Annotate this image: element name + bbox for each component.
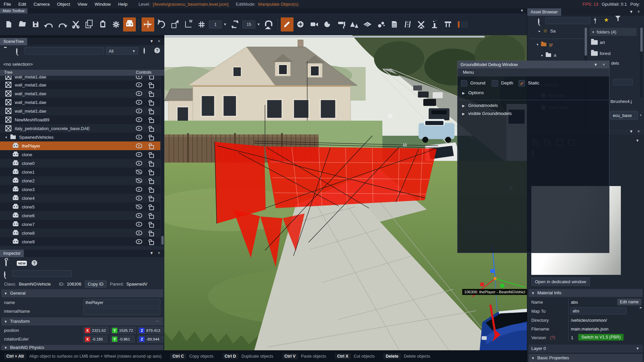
editor-settings-button[interactable] [110,17,122,32]
tree-row[interactable]: NewMeshRoad89 [0,115,160,124]
paste-button[interactable] [96,17,109,32]
transform-section-header[interactable]: ▼Transform ... [1,317,163,325]
new-file-button[interactable] [2,17,15,32]
vehicle-tool-button[interactable] [123,17,136,32]
visibility-toggle[interactable] [135,161,143,166]
inspector-close-icon[interactable]: × [156,251,162,255]
tree-row[interactable]: clone2 [0,176,160,185]
gizmo-handle-z[interactable] [490,269,494,273]
tree-row[interactable]: italy_petrolstation_concrete_base.DAE [0,124,160,133]
move-tool-button[interactable] [142,17,154,32]
add-object-button[interactable] [294,17,307,32]
folders-group-header[interactable]: ▾ folders (4) [590,28,637,36]
inspector-tab[interactable]: Inspector [0,250,24,257]
lock-toggle[interactable] [148,99,156,106]
lock-toggle[interactable] [148,125,156,132]
tree-row[interactable]: wall_metal1.dae [0,98,160,107]
lock-toggle[interactable] [148,230,156,236]
road-tool-button[interactable] [401,17,414,32]
snap-grid-button[interactable] [195,17,208,32]
breadcrumb[interactable]: ecu_base [610,111,638,120]
mission-tools-button[interactable] [415,17,428,32]
visibility-toggle[interactable] [135,77,143,79]
tree-row-folder[interactable]: ▾ SpawnedVehicles [0,133,160,141]
rotate-snap-button[interactable] [229,17,241,32]
groundmodels-expander[interactable]: Groundmodels [468,103,498,108]
partially-hidden-file[interactable]: tbrushes4.j [610,99,632,104]
menu-help[interactable]: Help [114,2,131,7]
inspector-collapse-icon[interactable]: ▼ [149,251,154,255]
scrollbar-thumb[interactable] [585,27,587,56]
visibility-toggle[interactable] [135,152,143,157]
tree-row[interactable]: wall_metal1.dae [0,107,160,115]
viewport-scrollbar[interactable] [164,36,485,38]
visibility-toggle[interactable] [135,135,143,139]
groundmodel-collapse-icon[interactable]: ▼ [593,61,598,68]
tree-row[interactable]: wall_metal1.dae [0,80,160,89]
lock-toggle[interactable] [148,82,156,88]
material-close-icon[interactable]: × [636,129,641,134]
tree-row[interactable]: clone1 [0,168,160,176]
lock-toggle[interactable] [148,195,156,201]
visibility-toggle[interactable] [135,82,143,87]
visibility-toggle[interactable] [135,91,143,96]
guardrail-tool-button[interactable] [442,17,454,32]
position-z-field[interactable]: Z 879.413 [138,327,163,334]
tree-row[interactable]: clone4 [0,194,160,202]
asset-browser-tab[interactable]: Asset Browser [527,8,561,16]
toolbar-collapse-icon[interactable]: ▼ [520,9,524,12]
assettree-favorites-item[interactable]: ▸ ☆ Sa [539,28,555,34]
scrollbar-thumb[interactable] [161,236,164,245]
lock-toggle[interactable] [148,213,156,219]
visibility-toggle[interactable] [135,117,143,122]
tree-row-selected[interactable]: thePlayer [0,141,160,150]
gizmo-handle-x[interactable] [480,283,484,286]
history-button[interactable] [594,18,596,23]
breadcrumb-next-icon[interactable]: › [640,112,641,117]
tree-row[interactable]: clone6 [0,211,160,220]
menu-file[interactable]: File [0,2,15,7]
asset-browser-collapse-icon[interactable]: ▼ [629,9,634,14]
open-dedicated-window-button[interactable]: Open in dedicated window [531,278,590,286]
depth-checkbox[interactable] [492,80,498,86]
tree-row[interactable]: clone3 [0,185,160,194]
lock-toggle[interactable] [148,90,156,97]
layer-header[interactable]: Layer 0 ▼ [529,345,643,353]
gizmo-handle-y[interactable] [500,284,504,288]
visibility-toggle[interactable] [135,213,143,218]
lock-toggle[interactable] [148,178,156,184]
scale-tool-button[interactable] [168,17,181,32]
scenetree-close-icon[interactable]: × [156,39,162,44]
forest-tool-button[interactable] [348,17,361,32]
asset-browser-close-icon[interactable]: × [636,9,641,14]
menu-object[interactable]: Object [53,2,74,7]
inspector-search-input[interactable] [12,270,72,277]
basic-properties-header[interactable]: ▼Basic Properties [529,354,643,362]
copy-id-button[interactable]: Copy ID [85,281,107,288]
position-y-field[interactable]: Y 1535.72 [110,327,136,334]
visibility-toggle[interactable] [135,143,143,148]
scenetree-help-button[interactable] [154,48,160,53]
groundmodel-menu[interactable]: Menu [458,68,609,76]
tree-row[interactable]: clone8 [0,229,160,237]
pipe-tool-button[interactable] [428,17,441,32]
tree-row[interactable]: clone7 [0,220,160,229]
general-section-header[interactable]: ▼General [1,289,163,297]
visibility-toggle[interactable] [135,109,143,113]
lock-toggle[interactable] [148,204,156,210]
scenetree-collapse-icon[interactable]: ▼ [149,39,154,44]
scenetree-scrollbar[interactable] [161,76,164,246]
scenetree-filter-select[interactable]: All▼ [106,47,138,55]
rotation-y-field[interactable]: Y -0.861 [110,336,135,343]
scenetree-search-input[interactable] [24,47,104,55]
physics-section-header[interactable]: ▼BeamNG Physics [1,345,163,350]
scenetree-tab[interactable]: SceneTree [0,38,27,45]
tree-row[interactable]: clone [0,150,160,159]
marker-tool-button[interactable] [455,17,468,32]
groundmodel-debug-window[interactable]: GroundModel Debug Window ▼ × Menu Ground… [457,61,609,253]
snap-size-select[interactable]: 1 [209,20,222,28]
main-toolbar-tab[interactable]: Main Toolbar [0,8,28,13]
river-tool-button[interactable] [388,17,401,32]
lock-toggle[interactable] [148,186,156,193]
edit-name-button[interactable]: Edit name [617,299,641,305]
